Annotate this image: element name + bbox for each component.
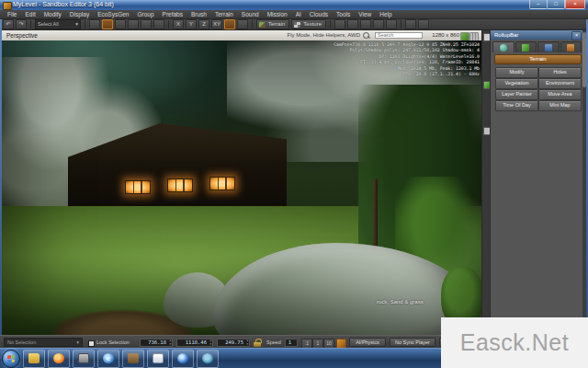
- taskbar-media-player[interactable]: [172, 350, 194, 368]
- undo-icon[interactable]: ↶: [3, 19, 14, 29]
- media-player-icon: [177, 353, 188, 363]
- menu-terrain[interactable]: Terrain: [215, 11, 233, 17]
- speed-preset-1[interactable]: 1: [312, 339, 323, 349]
- database-view-icon[interactable]: [386, 19, 397, 29]
- time-of-day-button[interactable]: Time Of Day: [495, 100, 538, 111]
- settings-icon[interactable]: [418, 19, 429, 29]
- menu-mission[interactable]: Mission: [267, 11, 288, 17]
- viewport-search-input[interactable]: [375, 32, 423, 39]
- terrain-layer-label: rock, Sand & grass: [377, 299, 424, 305]
- modify-button[interactable]: Modify: [495, 67, 538, 78]
- rotate-tool-icon[interactable]: [115, 19, 126, 29]
- terrain-section-header[interactable]: Terrain: [494, 54, 582, 64]
- taskbar-internet-explorer[interactable]: e: [97, 350, 119, 368]
- menu-help[interactable]: Help: [379, 11, 391, 17]
- unlink-tool-icon[interactable]: [153, 19, 164, 29]
- select-filter-dropdown[interactable]: Select All ▾: [35, 19, 81, 29]
- axis-xy-button[interactable]: XY: [211, 19, 222, 29]
- network-app-icon: [202, 353, 213, 363]
- taskbar-network-app[interactable]: [197, 350, 219, 368]
- layer-painter-button[interactable]: Layer Painter: [495, 89, 538, 100]
- taskbar-archive-app[interactable]: [122, 350, 144, 368]
- viewport-mode-text: Fly Mode, Hide Helpers, AWD: [288, 32, 360, 38]
- follow-terrain-icon[interactable]: [360, 19, 371, 29]
- scale-tool-icon[interactable]: [128, 19, 139, 29]
- archive-app-icon: [128, 353, 139, 363]
- maximize-button[interactable]: □: [547, 0, 565, 9]
- coord-z-spinner[interactable]: ▴▾: [245, 339, 250, 346]
- close-button[interactable]: ×: [565, 0, 585, 9]
- viewport-canvas[interactable]: CamPos=736.8 1118.5 249.7 Angl=-12 0 85 …: [2, 40, 481, 335]
- taskbar-notepad[interactable]: [147, 350, 169, 368]
- menu-group[interactable]: Group: [137, 11, 153, 17]
- menu-ai[interactable]: AI: [296, 11, 301, 17]
- menu-brush[interactable]: Brush: [191, 11, 207, 17]
- lock-selection-label: Lock Selection: [96, 339, 130, 345]
- axis-z-button[interactable]: Z: [198, 19, 209, 29]
- display-tab-icon: [545, 44, 552, 52]
- rollup-tab-layers[interactable]: [560, 41, 582, 52]
- start-button[interactable]: [2, 350, 20, 368]
- lock-selection-checkbox[interactable]: [88, 340, 95, 347]
- move-tool-icon[interactable]: [102, 19, 113, 29]
- menu-bar: File Edit Modify Display EcoSysGen Group…: [0, 10, 588, 19]
- minimize-button[interactable]: −: [529, 0, 548, 9]
- stats-line: FPS: 29.8 (27.1..31.4) - 60Hz: [294, 72, 480, 77]
- chevron-down-icon: ▾: [75, 20, 78, 29]
- terrain-button-label: Terrain: [268, 21, 285, 27]
- toolbar-separator: [401, 20, 401, 29]
- vegetation-toggle-icon[interactable]: [460, 32, 469, 41]
- viewport-title[interactable]: Perspective: [6, 32, 38, 39]
- align-tool-icon[interactable]: [347, 19, 358, 29]
- coord-y-spinner[interactable]: ▴▾: [209, 339, 213, 346]
- menu-edit[interactable]: Edit: [25, 11, 35, 17]
- axis-y-button[interactable]: Y: [186, 19, 197, 29]
- terrain-button[interactable]: Terrain: [256, 19, 289, 29]
- speed-field[interactable]: [285, 339, 298, 347]
- vegetation-button[interactable]: Vegetation: [495, 78, 538, 89]
- link-tool-icon[interactable]: [141, 19, 152, 29]
- texture-button[interactable]: Texture: [291, 19, 326, 29]
- camera-tool-icon[interactable]: [373, 19, 384, 29]
- axis-x-button[interactable]: X: [173, 19, 184, 29]
- holes-button[interactable]: Holes: [538, 67, 582, 78]
- menu-clouds[interactable]: Clouds: [310, 11, 328, 17]
- snap-angle-icon[interactable]: [237, 19, 248, 29]
- spin-down-icon: ▾: [210, 342, 212, 346]
- menu-sound[interactable]: Sound: [242, 11, 259, 17]
- measure-tool-icon[interactable]: [334, 19, 345, 29]
- rollup-close-icon[interactable]: ×: [571, 31, 582, 40]
- coord-y-field[interactable]: [176, 339, 213, 347]
- preview-icon[interactable]: [405, 19, 416, 29]
- rollup-bar-title[interactable]: RollupBar: [491, 30, 583, 40]
- taskbar-explorer[interactable]: [23, 350, 45, 368]
- speed-preset-01[interactable]: .1: [301, 339, 312, 349]
- menu-modify[interactable]: Modify: [44, 11, 62, 17]
- grid-toggle-icon[interactable]: [469, 32, 479, 41]
- speed-preset-10[interactable]: 10: [323, 339, 334, 349]
- redo-icon[interactable]: ↷: [16, 19, 27, 29]
- menu-view[interactable]: View: [358, 11, 371, 17]
- rollup-tab-objects[interactable]: [492, 41, 514, 52]
- rollup-tabs: [492, 41, 582, 52]
- mini-map-button[interactable]: Mini Map: [538, 100, 582, 111]
- selection-combo[interactable]: No Selection ▾: [4, 338, 83, 347]
- menu-prefabs[interactable]: Prefabs: [163, 11, 183, 17]
- select-tool-icon[interactable]: [89, 19, 100, 29]
- menu-display[interactable]: Display: [70, 11, 89, 17]
- menu-file[interactable]: File: [7, 11, 17, 17]
- move-area-button[interactable]: Move Area: [538, 89, 582, 100]
- window-titlebar[interactable]: MyLevel - Sandbox Editor 3 (64 bit) − □ …: [0, 0, 588, 10]
- lock-icon[interactable]: [254, 339, 261, 347]
- rollup-tab-terrain[interactable]: [515, 41, 537, 52]
- taskbar-sandbox-editor[interactable]: [73, 350, 95, 368]
- menu-ecosysgen[interactable]: EcoSysGen: [97, 11, 129, 17]
- taskbar-firefox[interactable]: [48, 350, 70, 368]
- environment-button[interactable]: Environment: [538, 78, 582, 89]
- coord-x-spinner[interactable]: ▴▾: [168, 339, 173, 346]
- rollup-tab-display[interactable]: [537, 41, 560, 52]
- snap-grid-icon[interactable]: [224, 19, 235, 29]
- menu-tools[interactable]: Tools: [336, 11, 350, 17]
- no-sync-player-button[interactable]: No Sync Player: [390, 338, 435, 347]
- ai-physics-button[interactable]: AI/Physics: [349, 338, 386, 347]
